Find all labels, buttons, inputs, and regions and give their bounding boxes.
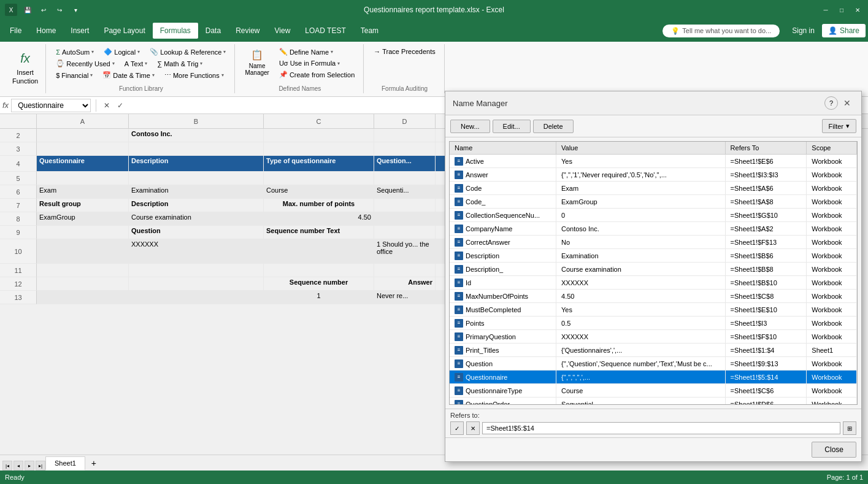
- cell-C10[interactable]: [264, 239, 374, 264]
- cell-C5[interactable]: [264, 172, 374, 185]
- cancel-formula-btn[interactable]: ✕: [101, 101, 112, 110]
- table-row[interactable]: ≡PrimaryQuestionXXXXXX=Sheet1!$F$10Workb…: [450, 330, 857, 344]
- dialog-help-button[interactable]: ?: [824, 96, 838, 110]
- table-row[interactable]: ≡DescriptionExamination=Sheet1!$B$6Workb…: [450, 249, 857, 263]
- cell-D3[interactable]: [374, 142, 436, 156]
- cell-B8[interactable]: Course examination: [129, 212, 264, 226]
- share-button[interactable]: 👤 Share: [822, 24, 866, 37]
- table-row[interactable]: ≡CollectionSequenceNu...0=Sheet1!$G$10Wo…: [450, 209, 857, 222]
- delete-name-button[interactable]: Delete: [533, 120, 574, 133]
- cell-D5[interactable]: [374, 172, 436, 185]
- col-header-B[interactable]: B: [129, 114, 264, 128]
- filter-button[interactable]: Filter ▾: [822, 119, 856, 133]
- math-trig-button[interactable]: ∑ Math & Trig ▾: [153, 59, 206, 69]
- name-manager-button[interactable]: 📋 NameManager: [241, 47, 272, 91]
- financial-button[interactable]: $ Financial ▾: [52, 71, 96, 80]
- cell-A4[interactable]: Questionnaire: [37, 156, 129, 172]
- close-btn[interactable]: ✕: [852, 4, 863, 15]
- use-in-formula-button[interactable]: Uσ Use in Formula ▾: [275, 58, 358, 68]
- table-row[interactable]: ≡Answer{'','','1','Never required','0.5'…: [450, 168, 857, 182]
- menu-file[interactable]: File: [2, 23, 29, 39]
- cell-C13[interactable]: 1: [264, 291, 374, 304]
- cell-B13[interactable]: [129, 291, 264, 304]
- customize-btn[interactable]: ▾: [70, 4, 81, 15]
- cell-D13[interactable]: Never re...: [374, 291, 436, 304]
- cell-D7[interactable]: [374, 199, 436, 212]
- cell-A2[interactable]: [37, 129, 129, 142]
- col-header-D[interactable]: D: [374, 114, 436, 128]
- cell-D12[interactable]: Answer: [374, 277, 436, 291]
- cell-B3[interactable]: [129, 142, 264, 156]
- edit-name-button[interactable]: Edit...: [493, 120, 531, 133]
- cell-A7[interactable]: Result group: [37, 199, 129, 212]
- cell-A13[interactable]: [37, 291, 129, 304]
- table-row[interactable]: ≡Description_Course examination=Sheet1!$…: [450, 263, 857, 276]
- cell-C8[interactable]: 4.50: [264, 212, 374, 226]
- cell-A10[interactable]: [37, 239, 129, 264]
- cell-C6[interactable]: Course: [264, 185, 374, 199]
- table-row[interactable]: ≡Question{'','Question','Sequence number…: [450, 357, 857, 371]
- cell-D11[interactable]: [374, 264, 436, 277]
- table-row[interactable]: ≡CodeExam=Sheet1!$A$6Workbook: [450, 182, 857, 195]
- new-name-button[interactable]: New...: [450, 120, 490, 133]
- insert-function-button[interactable]: fx InsertFunction: [10, 47, 40, 90]
- col-header-scope[interactable]: Scope: [807, 142, 857, 155]
- tell-me-input[interactable]: 💡 Tell me what you want to do...: [663, 25, 780, 37]
- name-manager-table-container[interactable]: Name Value Refers To Scope ≡ActiveYes=Sh…: [449, 141, 858, 405]
- col-header-value[interactable]: Value: [556, 142, 726, 155]
- cell-A8[interactable]: ExamGroup: [37, 212, 129, 226]
- menu-page-layout[interactable]: Page Layout: [96, 23, 152, 39]
- trace-precedents-button[interactable]: → Trace Precedents: [370, 47, 439, 56]
- table-row[interactable]: ≡MaxNumberOfPoints4.50=Sheet1!$C$8Workbo…: [450, 290, 857, 303]
- cell-C11[interactable]: [264, 264, 374, 277]
- cell-C2[interactable]: [264, 129, 374, 142]
- undo-btn[interactable]: ↩: [38, 4, 49, 15]
- maximize-btn[interactable]: □: [836, 4, 847, 15]
- cell-D4[interactable]: Question...: [374, 156, 436, 172]
- cell-A3[interactable]: [37, 142, 129, 156]
- cell-A9[interactable]: [37, 226, 129, 239]
- menu-insert[interactable]: Insert: [63, 23, 96, 39]
- col-header-refers-to[interactable]: Refers To: [725, 142, 807, 155]
- table-row[interactable]: ≡QuestionOrderSequential=Sheet1!$D$6Work…: [450, 398, 857, 405]
- confirm-formula-btn[interactable]: ✓: [115, 101, 126, 110]
- cell-B4[interactable]: Description: [129, 156, 264, 172]
- cell-C7[interactable]: Max. number of points: [264, 199, 374, 212]
- menu-formulas[interactable]: Formulas: [153, 23, 198, 39]
- cell-B6[interactable]: Examination: [129, 185, 264, 199]
- cell-C9[interactable]: Sequence number Text: [264, 226, 374, 239]
- cell-A12[interactable]: [37, 277, 129, 291]
- date-time-button[interactable]: 📅 Date & Time ▾: [99, 70, 158, 80]
- cell-D10[interactable]: 1 Should yo... the office: [374, 239, 436, 264]
- dialog-close-button[interactable]: ✕: [840, 96, 854, 110]
- col-header-A[interactable]: A: [37, 114, 129, 128]
- sign-in-link[interactable]: Sign in: [787, 24, 820, 37]
- menu-team[interactable]: Team: [353, 23, 386, 39]
- minimize-btn[interactable]: ─: [820, 4, 831, 15]
- menu-view[interactable]: View: [267, 23, 298, 39]
- cell-B12[interactable]: [129, 277, 264, 291]
- quick-save-btn[interactable]: 💾: [22, 4, 33, 15]
- lookup-reference-button[interactable]: 📎 Lookup & Reference ▾: [146, 47, 229, 57]
- name-box[interactable]: Questionnaire: [11, 99, 91, 112]
- recently-used-button[interactable]: ⌚ Recently Used ▾: [52, 58, 118, 69]
- col-header-C[interactable]: C: [264, 114, 374, 128]
- logical-button[interactable]: 🔷 Logical ▾: [100, 47, 144, 57]
- table-row[interactable]: ≡Points0.5=Sheet1!$I3Workbook: [450, 317, 857, 330]
- cell-D8[interactable]: [374, 212, 436, 226]
- menu-load-test[interactable]: LOAD TEST: [298, 23, 353, 39]
- autosum-button[interactable]: Σ AutoSum ▾: [52, 47, 98, 57]
- table-row[interactable]: ≡QuestionnaireTypeCourse=Sheet1!$C$6Work…: [450, 384, 857, 398]
- menu-data[interactable]: Data: [198, 23, 228, 39]
- table-row[interactable]: ≡Code_ExamGroup=Sheet1!$A$8Workbook: [450, 195, 857, 209]
- table-row[interactable]: ≡CorrectAnswerNo=Sheet1!$F$13Workbook: [450, 236, 857, 249]
- cell-C3[interactable]: [264, 142, 374, 156]
- cell-A5[interactable]: [37, 172, 129, 185]
- name-manager-dialog[interactable]: Name Manager ? ✕ New... Edit... Delete F…: [445, 91, 862, 415]
- table-row[interactable]: ≡CompanyNameContoso Inc.=Sheet1!$A$2Work…: [450, 222, 857, 236]
- cell-B10[interactable]: XXXXXX: [129, 239, 264, 264]
- table-row[interactable]: ≡IdXXXXXX=Sheet1!$B$10Workbook: [450, 276, 857, 290]
- col-header-name[interactable]: Name: [450, 142, 556, 155]
- redo-btn[interactable]: ↪: [54, 4, 65, 15]
- table-row[interactable]: ≡Questionnaire{'','','','',',...=Sheet1!…: [450, 371, 857, 384]
